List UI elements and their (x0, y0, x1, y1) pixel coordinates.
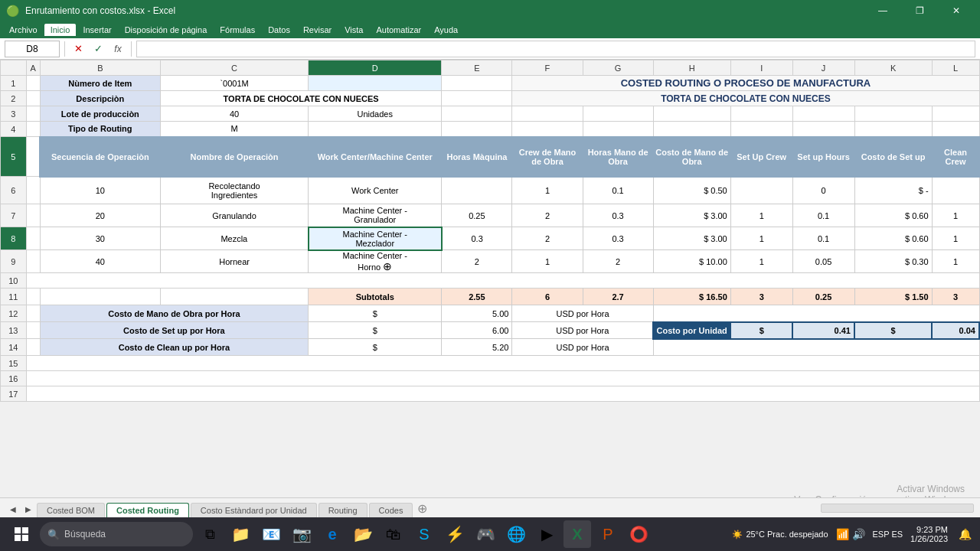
cell-I7-setupcrew[interactable]: 1 (730, 204, 792, 227)
cell-H9-costo[interactable]: $ 10.00 (653, 250, 730, 273)
ribbon-tab-automatizar[interactable]: Automatizar (370, 24, 427, 36)
cell-A6[interactable] (26, 177, 40, 204)
cell-I8-setupcrew[interactable]: 1 (730, 227, 792, 250)
ribbon-tab-disposicion[interactable]: Disposición de página (119, 24, 214, 36)
cell-F12-unit[interactable]: USD por Hora (512, 305, 653, 322)
cell-D7-workcenter[interactable]: Machine Center -Granulador (309, 204, 442, 227)
cell-I11-setupcrew[interactable]: 3 (730, 289, 792, 305)
cell-B9-seq[interactable]: 40 (40, 250, 160, 273)
col-header-B[interactable]: B (40, 60, 160, 76)
cell-row10[interactable] (26, 273, 979, 289)
cell-A13[interactable] (26, 322, 40, 339)
cell-G6-horas[interactable]: 0.1 (583, 177, 653, 204)
cell-L8-cleancrew[interactable]: 1 (932, 227, 979, 250)
taskbar-search[interactable]: 🔍 Búsqueda (40, 522, 193, 546)
cell-row16[interactable] (26, 371, 979, 386)
cell-A9[interactable] (26, 250, 40, 273)
col-header-I[interactable]: I (730, 60, 792, 76)
cell-K3[interactable] (854, 106, 932, 122)
taskbar-app-excel[interactable]: X (564, 520, 591, 548)
col-header-E[interactable]: E (442, 60, 512, 76)
cell-E2[interactable] (442, 91, 512, 106)
cell-B12-label[interactable]: Costo de Mano de Obra por Hora (40, 305, 309, 322)
taskbar-task-view[interactable]: ⧉ (196, 520, 224, 548)
cell-F1[interactable]: COSTED ROUTING O PROCESO DE MANUFACTURA (512, 76, 979, 91)
cell-F5-crew[interactable]: Crew de Mano de Obra (512, 137, 583, 177)
minimize-button[interactable]: — (865, 0, 900, 21)
cell-L7-cleancrew[interactable]: 1 (932, 204, 979, 227)
cell-D11-label[interactable]: Subtotals (309, 289, 442, 305)
cell-C6-nombre[interactable]: RecolectandoIngredientes (160, 177, 308, 204)
taskbar-app-skype[interactable]: S (410, 520, 438, 548)
row-header-5[interactable]: 5 (1, 137, 27, 177)
network-icon[interactable]: 📶 (836, 528, 849, 540)
taskbar-app-discord[interactable]: 🎮 (472, 520, 499, 548)
cell-H4[interactable] (653, 122, 730, 137)
cell-I13-sym[interactable]: $ (730, 322, 792, 339)
cell-A14[interactable] (26, 339, 40, 356)
cell-F14-unit[interactable]: USD por Hora (512, 339, 653, 356)
cell-H13-costo-label[interactable]: Costo por Unidad (653, 322, 730, 339)
row-header-1[interactable]: 1 (1, 76, 27, 91)
cell-L3[interactable] (932, 106, 979, 122)
cell-I6-setupcrew[interactable] (730, 177, 792, 204)
col-header-C[interactable]: C (160, 60, 308, 76)
cell-L5-cleancrew[interactable]: Clean Crew (932, 137, 979, 177)
cell-C1[interactable]: `0001M (160, 76, 308, 91)
taskbar-app-ppt[interactable]: P (594, 520, 622, 548)
row-header-17[interactable]: 17 (1, 386, 27, 402)
row-header-10[interactable]: 10 (1, 273, 27, 289)
notifications-button[interactable]: 🔔 (956, 525, 974, 543)
row-header-9[interactable]: 9 (1, 250, 27, 273)
cell-F2[interactable]: TORTA DE CHOCOLATE CON NUECES (512, 91, 979, 106)
cell-G4[interactable] (583, 122, 653, 137)
cell-E3[interactable] (442, 106, 512, 122)
cell-J6-setuphours[interactable]: 0 (792, 177, 854, 204)
cell-A3[interactable] (26, 106, 40, 122)
cancel-formula-button[interactable]: ✕ (70, 41, 87, 57)
cell-K5-costosetup[interactable]: Costo de Set up (854, 137, 932, 177)
cell-G11-horas[interactable]: 2.7 (583, 289, 653, 305)
row-header-15[interactable]: 15 (1, 356, 27, 371)
row-header-12[interactable]: 12 (1, 305, 27, 322)
cell-E7-horas[interactable]: 0.25 (442, 204, 512, 227)
col-header-G[interactable]: G (583, 60, 653, 76)
cell-B1[interactable]: Nùmero de Item (40, 76, 160, 91)
cell-H5-costomano[interactable]: Costo de Mano de Obra (653, 137, 730, 177)
cell-E5-horas[interactable]: Horas Màquina (442, 137, 512, 177)
col-header-D[interactable]: D (309, 60, 442, 76)
cell-C7-nombre[interactable]: Granulando (160, 204, 308, 227)
cell-L13-val2[interactable]: 0.04 (932, 322, 979, 339)
insert-function-button[interactable]: fx (109, 41, 126, 57)
taskbar-app-more[interactable]: ⚡ (441, 520, 469, 548)
cell-rest-12[interactable] (653, 305, 979, 322)
cell-H7-costo[interactable]: $ 3.00 (653, 204, 730, 227)
cell-row15[interactable] (26, 356, 979, 371)
cell-J5-setuphours[interactable]: Set up Hours (792, 137, 854, 177)
cell-D14-symbol[interactable]: $ (309, 339, 442, 356)
tab-routing[interactable]: Routing (318, 503, 368, 517)
weather-widget[interactable]: ☀️ 25°C Prac. despejado (732, 530, 828, 540)
cell-B5-secuencia[interactable]: Secuencia de Operaciòn (40, 137, 160, 177)
cell-rest-14[interactable] (653, 339, 979, 356)
cell-B3[interactable]: Lote de producciòn (40, 106, 160, 122)
cell-D5-workcenter[interactable]: Work Center/Machine Center (309, 137, 442, 177)
cell-K11-costosetup[interactable]: $ 1.50 (854, 289, 932, 305)
formula-input[interactable]: Machine Center - Mezclador (136, 41, 975, 57)
cell-H11-costo[interactable]: $ 16.50 (653, 289, 730, 305)
tab-codes[interactable]: Codes (369, 503, 413, 517)
cell-I9-setupcrew[interactable]: 1 (730, 250, 792, 273)
scroll-left-sheets[interactable]: ◀ (6, 502, 20, 516)
cell-B2[interactable]: Descripciòn (40, 91, 160, 106)
cell-E4[interactable] (442, 122, 512, 137)
ribbon-tab-ayuda[interactable]: Ayuda (428, 24, 464, 36)
cell-B8-seq[interactable]: 30 (40, 227, 160, 250)
cell-A8[interactable] (26, 227, 40, 250)
taskbar-app-explorer[interactable]: 📂 (349, 520, 377, 548)
tab-costo-estandard[interactable]: Costo Estàndard por Unidad (191, 503, 317, 517)
cell-row17[interactable] (26, 386, 979, 402)
cell-E8-horas[interactable]: 0.3 (442, 227, 512, 250)
cell-K7-costosetup[interactable]: $ 0.60 (854, 204, 932, 227)
scroll-right-sheets[interactable]: ▶ (21, 502, 35, 516)
cell-A11[interactable] (26, 289, 40, 305)
